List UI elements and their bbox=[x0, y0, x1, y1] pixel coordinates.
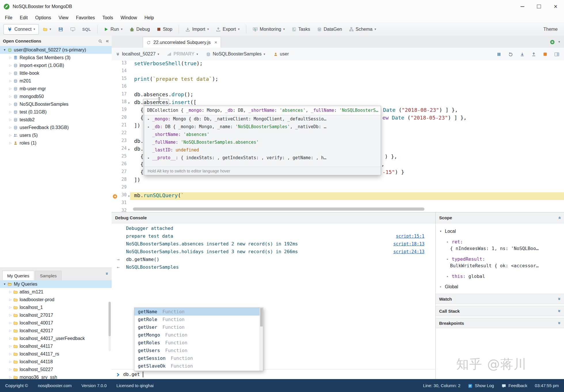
menu-file[interactable]: File bbox=[1, 15, 16, 20]
connection-item[interactable]: ▷mb-user-mgr bbox=[0, 85, 112, 93]
connection-item[interactable]: ▷import-export (1.0GB) bbox=[0, 62, 112, 69]
toolbar-sql-badge[interactable]: SQL bbox=[79, 24, 94, 34]
collapsed-arrow-icon[interactable]: ▷ bbox=[8, 337, 13, 340]
editor-line[interactable]: 31 bbox=[112, 200, 564, 208]
script-link[interactable]: script:18:13 bbox=[393, 241, 424, 247]
toolbar-schema[interactable]: Schema▾ bbox=[346, 24, 379, 34]
menu-tools[interactable]: Tools bbox=[99, 15, 117, 20]
collapsed-arrow-icon[interactable]: ▷ bbox=[8, 118, 13, 122]
code-editor[interactable]: 13setVerboseShell(true);1415print(`prepa… bbox=[112, 60, 564, 212]
toolbar-connect[interactable]: Connect▾ bbox=[3, 24, 39, 34]
fold-marker-icon[interactable]: ▾ bbox=[128, 146, 130, 153]
tab-my-queries[interactable]: My Queries bbox=[2, 271, 34, 280]
expand-arrow-icon[interactable]: ▸ bbox=[148, 154, 152, 162]
toolbar-open-recent[interactable]: ▾ bbox=[40, 24, 54, 34]
query-item[interactable]: ▷localhost_50227 bbox=[0, 366, 112, 373]
tooltip-row[interactable]: ▸__proto__: { indexStats: , getIndexStat… bbox=[144, 154, 381, 162]
line-number[interactable]: 22 bbox=[112, 130, 127, 135]
collapsed-arrow-icon[interactable]: ▷ bbox=[8, 56, 13, 59]
connection-item[interactable]: ▷userFeedback (0.33GB) bbox=[0, 124, 112, 131]
query-item[interactable]: ▷localhost_44118 bbox=[0, 358, 112, 366]
collapsed-arrow-icon[interactable]: ▷ bbox=[8, 375, 13, 379]
line-number[interactable]: 21 bbox=[112, 122, 127, 128]
line-number[interactable]: 30 bbox=[112, 192, 127, 197]
collapsed-arrow-icon[interactable]: ▷ bbox=[8, 368, 13, 371]
editor-tab[interactable]: 22.uncorrelated Subquery.js × bbox=[143, 37, 221, 48]
close-button[interactable]: × bbox=[547, 0, 564, 13]
line-number[interactable]: 15 bbox=[112, 76, 127, 81]
line-number[interactable]: 25 bbox=[112, 153, 127, 159]
toolbar-datagen[interactable]: DataGen bbox=[314, 24, 345, 34]
editor-line[interactable]: 17db.absences.drop(); bbox=[112, 91, 564, 99]
menu-options[interactable]: Options bbox=[31, 15, 55, 20]
line-number[interactable]: 24 bbox=[112, 146, 127, 151]
connection-item[interactable]: ▷mongodb50 bbox=[0, 93, 112, 100]
editor-action-download[interactable] bbox=[520, 51, 525, 57]
autocomplete-item[interactable]: getUsersFunction bbox=[134, 347, 263, 354]
connbar-database[interactable]: NoSQLBoosterSamples▾ bbox=[206, 51, 265, 57]
section-call-stack[interactable]: Call Stack» bbox=[436, 306, 564, 316]
collapse-sidebar-icon[interactable]: « bbox=[106, 38, 109, 44]
editor-action-pause[interactable] bbox=[497, 51, 501, 57]
collapsed-arrow-icon[interactable]: ▸ bbox=[440, 285, 445, 289]
autocomplete-item[interactable]: getRolesFunction bbox=[134, 339, 263, 347]
section-watch[interactable]: Watch» bbox=[436, 294, 564, 304]
collapsed-arrow-icon[interactable]: ▷ bbox=[8, 87, 13, 91]
editor-line[interactable]: 30▾mb.runSQLQuery(` bbox=[112, 192, 564, 200]
tooltip-row[interactable]: ▸_mongo: Mongo { db: Db, _nativeClient: … bbox=[144, 115, 381, 123]
connection-item[interactable]: ▷little-book bbox=[0, 69, 112, 77]
connection-item[interactable]: ▷m201 bbox=[0, 77, 112, 85]
maximize-button[interactable] bbox=[531, 0, 547, 13]
autocomplete-item[interactable]: getNameFunction bbox=[134, 308, 263, 316]
editor-line[interactable]: 13setVerboseShell(true); bbox=[112, 60, 564, 68]
connbar-connection[interactable]: localhost_50227▾ bbox=[116, 51, 159, 57]
query-item[interactable]: ▷loadbooster-prod bbox=[0, 296, 112, 303]
script-link[interactable]: script:15:1 bbox=[396, 234, 424, 239]
toolbar-debug[interactable]: Debug bbox=[127, 24, 153, 34]
autocomplete-item[interactable]: getUserFunction bbox=[134, 323, 263, 331]
fold-marker-icon[interactable]: ▾ bbox=[128, 192, 130, 200]
connbar-readpref[interactable]: PRIMARY▾ bbox=[167, 51, 198, 57]
minimize-button[interactable] bbox=[514, 0, 531, 13]
line-number[interactable]: 23 bbox=[112, 138, 127, 143]
autocomplete-item[interactable]: getMongoFunction bbox=[134, 331, 263, 339]
line-number[interactable]: 19 bbox=[112, 107, 127, 112]
line-number[interactable]: 18 bbox=[112, 99, 127, 104]
editor-action-redo[interactable] bbox=[508, 51, 513, 57]
autocomplete-item[interactable]: getSessionFunction bbox=[134, 354, 263, 362]
connection-item[interactable]: ▾user@localhost_50227 (rs-primary) bbox=[0, 46, 112, 54]
line-number[interactable]: 20 bbox=[112, 115, 127, 120]
scope-variable[interactable]: ▸this: global bbox=[447, 272, 562, 280]
connbar-user[interactable]: user bbox=[273, 51, 289, 57]
editor-line[interactable]: 15print(`prepare test data`); bbox=[112, 76, 564, 84]
line-number[interactable]: 14 bbox=[112, 68, 127, 73]
script-link[interactable]: script:24:13 bbox=[393, 249, 424, 254]
collapsed-arrow-icon[interactable]: ▷ bbox=[8, 360, 13, 364]
show-log-button[interactable]: Show Log bbox=[468, 383, 494, 388]
add-tab-button[interactable] bbox=[550, 39, 555, 44]
line-number[interactable]: 28 bbox=[112, 177, 127, 182]
menu-edit[interactable]: Edit bbox=[16, 15, 32, 20]
editor-action-orange-square[interactable] bbox=[543, 51, 547, 57]
query-item[interactable]: ▷localhost_44117 bbox=[0, 342, 112, 350]
query-item[interactable]: ▷localhost_42017 bbox=[0, 327, 112, 335]
collapsed-arrow-icon[interactable]: ▷ bbox=[8, 110, 13, 114]
expand-arrow-icon[interactable]: ▸ bbox=[148, 123, 152, 131]
scope-variable[interactable]: ▸ret: bbox=[447, 238, 562, 246]
query-item[interactable]: ▷localhost_44117_rs bbox=[0, 350, 112, 358]
scope-local[interactable]: ▾Local bbox=[440, 227, 562, 235]
tab-samples[interactable]: Samples bbox=[35, 271, 62, 280]
query-item[interactable]: ▷mongo36_srv_ssh bbox=[0, 373, 112, 379]
queries-panel-collapse[interactable]: » bbox=[106, 271, 108, 276]
connection-item[interactable]: ▷users (5) bbox=[0, 131, 112, 139]
query-item[interactable]: ▷localhost_27017 bbox=[0, 311, 112, 319]
tooltip-row[interactable]: _lastID: undefined bbox=[144, 146, 381, 154]
section-breakpoints[interactable]: Breakpoints» bbox=[436, 318, 564, 328]
connection-item[interactable]: ▷Replica Set Members (3) bbox=[0, 54, 112, 62]
menu-view[interactable]: View bbox=[55, 15, 72, 20]
scope-header[interactable]: Scope » bbox=[436, 212, 564, 223]
toolbar-tasks[interactable]: Tasks bbox=[289, 24, 313, 34]
menu-help[interactable]: Help bbox=[141, 15, 158, 20]
cursor-position[interactable]: Line: 30, Column: 2 bbox=[423, 383, 460, 388]
expanded-arrow-icon[interactable]: ▾ bbox=[440, 229, 445, 233]
